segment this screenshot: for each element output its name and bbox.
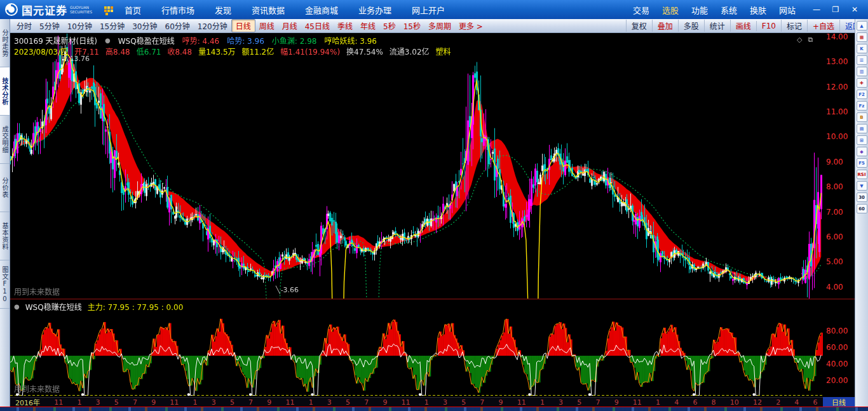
period-item[interactable]: 季线 xyxy=(334,20,356,32)
period-item[interactable]: 5分钟 xyxy=(36,20,64,32)
chart-tool-button[interactable]: 复权 xyxy=(626,20,652,32)
sidebar-tab[interactable]: 成交明细 xyxy=(0,116,10,164)
date-axis-label: 11 xyxy=(285,398,294,407)
main-menu-item[interactable]: 发现 xyxy=(214,3,233,17)
chart-tool-button[interactable]: 叠加 xyxy=(652,20,678,32)
period-item[interactable]: 更多 > xyxy=(455,20,487,32)
bottom-ticker-decoration xyxy=(0,407,868,411)
main-menu: 首页行情市场发现资讯数据金融商城业务办理网上开户 xyxy=(123,3,446,17)
period-item[interactable]: 15秒 xyxy=(400,20,424,32)
bottom-ticker-strip xyxy=(0,407,868,411)
period-item[interactable]: 日线 xyxy=(231,19,255,32)
right-tool-icon[interactable]: F5 xyxy=(857,158,867,168)
ohlc-info-item: 低6.71 xyxy=(137,46,161,57)
right-tool-icon[interactable]: K xyxy=(857,44,867,53)
panel-corner-icon[interactable]: ⧉ xyxy=(808,36,813,44)
right-menu-item[interactable]: 选股 xyxy=(662,4,679,16)
sub-indicator-value: 主力: 77.95 : 77.95 : 0.00 xyxy=(88,301,184,312)
chart-tool-button[interactable]: 统计 xyxy=(704,20,730,32)
right-tool-icon[interactable]: 60 xyxy=(857,204,867,213)
right-tool-icon[interactable]: ▦ xyxy=(857,32,867,42)
chart-tool-button[interactable]: 标记 xyxy=(781,20,807,32)
panel-corner-icons: ◇⧉ xyxy=(797,36,813,44)
date-axis-label: 1 xyxy=(77,398,81,407)
right-tool-icon[interactable]: ▲ xyxy=(857,21,867,30)
right-tool-icon[interactable]: ✚ xyxy=(857,78,867,88)
period-item[interactable]: 10分钟 xyxy=(64,20,96,32)
main-menu-item[interactable]: 首页 xyxy=(123,3,142,17)
main-chart-header: 300169 天晟新材(日线) ● WSQ稳盈在短线 哼势: 4.46哈势: 3… xyxy=(14,35,377,46)
window-control-button[interactable]: — xyxy=(807,2,826,17)
right-tool-icon[interactable]: ▼ xyxy=(857,181,867,191)
indicator-toggle-icon[interactable]: ● xyxy=(105,37,111,44)
indicator-toggle-icon[interactable]: ● xyxy=(14,303,20,310)
sidebar-tab[interactable]: 基本资料 xyxy=(0,212,10,260)
price-axis-label: 6.00 xyxy=(826,232,854,241)
window-control-button[interactable]: ❐ xyxy=(826,2,845,17)
chart-tool-button[interactable]: 多股 xyxy=(678,20,704,32)
sub-indicator-name[interactable]: WSQ稳赚在短线 xyxy=(25,301,82,312)
price-axis-label: 5.00 xyxy=(826,257,854,266)
period-item[interactable]: 120分钟 xyxy=(194,20,231,32)
period-item[interactable]: 周线 xyxy=(255,20,278,32)
period-item[interactable]: 5秒 xyxy=(379,20,400,32)
period-item[interactable]: 多周期 xyxy=(424,20,455,32)
main-menu-item[interactable]: 业务办理 xyxy=(357,3,393,17)
right-menu-item[interactable]: 功能 xyxy=(691,4,708,16)
right-menu-item[interactable]: 网站 xyxy=(779,4,796,16)
price-axis-label: 10.00 xyxy=(826,132,854,141)
right-menu-item[interactable]: 交易 xyxy=(633,4,649,16)
right-tool-icon[interactable]: RSI xyxy=(857,170,867,179)
indicator-legend-value: 小鱼渊: 2.98 xyxy=(272,35,317,46)
right-tool-icon[interactable]: B xyxy=(857,112,867,122)
ohlc-info-item: 收8.48 xyxy=(167,46,192,57)
right-tool-icon[interactable]: ☰ xyxy=(857,55,867,65)
period-item[interactable]: 年线 xyxy=(356,20,379,32)
date-axis-label: 3 xyxy=(443,398,447,407)
sub-chart-canvas[interactable] xyxy=(10,314,823,397)
date-axis-label: 5 xyxy=(230,398,234,407)
panel-divider[interactable] xyxy=(10,299,855,300)
date-axis-label: 4 xyxy=(794,398,799,407)
right-menu-item[interactable]: 换肤 xyxy=(750,4,766,16)
period-item[interactable]: 30分钟 xyxy=(128,20,161,32)
main-menu-item[interactable]: 资讯数据 xyxy=(250,3,286,17)
sidebar-tab[interactable]: 分价表 xyxy=(0,164,10,212)
date-axis-label: 9 xyxy=(499,398,503,407)
right-tool-icon[interactable]: Fz xyxy=(857,101,867,111)
sidebar-tab[interactable]: 分时走势 xyxy=(0,19,10,67)
right-tool-icon[interactable]: ▤ xyxy=(857,124,867,133)
guoyuan-logo-icon xyxy=(5,3,18,16)
chart-tool-button[interactable]: 画线 xyxy=(730,20,756,32)
chart-tool-button[interactable]: F10 xyxy=(756,21,781,31)
period-item[interactable]: 分时 xyxy=(13,20,36,32)
sidebar-tab[interactable]: 图文F10 xyxy=(0,260,10,309)
right-tool-icon[interactable]: F2 xyxy=(857,90,867,99)
period-item[interactable]: 月线 xyxy=(278,20,301,32)
date-axis-label: 1 xyxy=(193,398,198,407)
main-chart-canvas[interactable] xyxy=(10,33,823,299)
period-item[interactable]: 60分钟 xyxy=(161,20,194,32)
sidebar-tab[interactable]: 技术分析 xyxy=(0,67,10,116)
right-tool-icon[interactable]: 30 xyxy=(857,192,867,202)
main-indicator-name[interactable]: WSQ稳盈在短线 xyxy=(118,35,175,46)
date-axis-label: 5 xyxy=(577,398,581,407)
main-menu-item[interactable]: 金融商城 xyxy=(304,3,339,17)
annotation-high: ╲13.76 xyxy=(65,55,90,63)
date-axis-label: 3 xyxy=(212,398,216,407)
right-tool-icon[interactable]: ⊞ xyxy=(857,135,867,145)
right-menu-item[interactable]: 系统 xyxy=(721,4,737,16)
main-menu-item[interactable]: 网上开户 xyxy=(410,3,446,17)
date-axis-label: 1 xyxy=(309,398,313,407)
main-menu-item[interactable]: 行情市场 xyxy=(160,3,196,17)
period-toolbar: 分时5分钟10分钟15分钟30分钟60分钟120分钟日线周线月线45日线季线年线… xyxy=(10,19,868,33)
window-control-button[interactable]: ✕ xyxy=(845,2,864,17)
right-tool-icon[interactable]: ▥ xyxy=(857,67,867,76)
panel-corner-icon[interactable]: ◇ xyxy=(797,36,802,44)
chart-tool-button[interactable]: +自选 xyxy=(807,20,839,32)
date-axis-label: 9 xyxy=(151,398,156,407)
period-item[interactable]: 45日线 xyxy=(301,20,334,32)
period-corner-label[interactable]: 日线 xyxy=(823,397,855,407)
right-tool-icon[interactable]: ◆ xyxy=(857,147,867,156)
period-item[interactable]: 15分钟 xyxy=(96,20,128,32)
